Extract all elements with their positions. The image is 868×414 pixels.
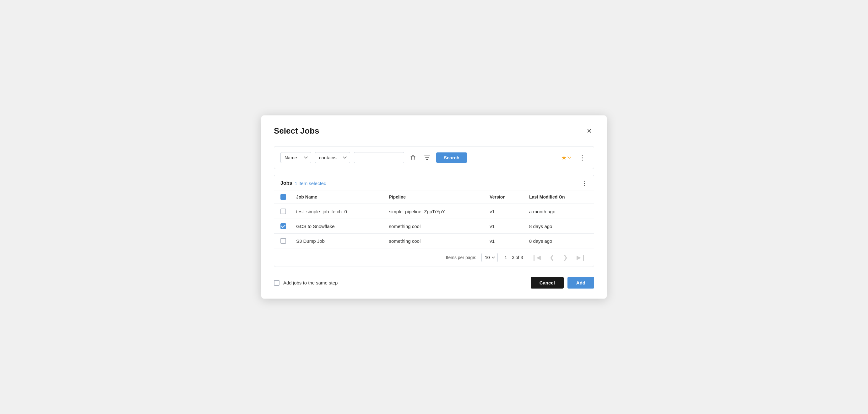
select-all-checkbox[interactable]: [280, 194, 286, 200]
next-page-button[interactable]: ❯: [561, 253, 570, 262]
row-checkbox-cell: [274, 204, 291, 219]
modified-header: Last Modified On: [524, 191, 594, 204]
row-checkbox-1[interactable]: [280, 209, 286, 214]
cancel-button[interactable]: Cancel: [531, 277, 564, 288]
search-button[interactable]: Search: [436, 152, 467, 163]
job-name-cell: test_simple_job_fetch_0: [291, 204, 384, 219]
table-section-title: Jobs 1 item selected: [280, 180, 326, 186]
last-page-button[interactable]: ▶❙: [575, 253, 588, 262]
version-cell: v1: [485, 204, 524, 219]
search-input[interactable]: [354, 152, 404, 163]
favorites-button[interactable]: ★: [559, 153, 573, 163]
items-per-page-label: Items per page:: [446, 255, 476, 260]
per-page-select[interactable]: 10 25 50: [482, 253, 498, 262]
selected-badge: 1 item selected: [294, 181, 326, 186]
close-button[interactable]: ×: [584, 126, 594, 136]
job-name-cell: GCS to Snowflake: [291, 219, 384, 234]
dialog-footer: Add jobs to the same step Cancel Add: [274, 277, 594, 288]
footer-buttons: Cancel Add: [531, 277, 594, 288]
row-checkbox-3[interactable]: [280, 238, 286, 244]
field-select[interactable]: Name Pipeline Version: [280, 152, 311, 163]
filter-bar: Name Pipeline Version contains equals st…: [274, 146, 594, 169]
prev-page-button[interactable]: ❮: [548, 253, 556, 262]
pipeline-cell: something cool: [384, 219, 485, 234]
row-checkbox-cell: [274, 234, 291, 248]
job-name-header: Job Name: [291, 191, 384, 204]
dialog-header: Select Jobs ×: [274, 126, 594, 136]
row-checkbox-cell: [274, 219, 291, 234]
version-header: Version: [485, 191, 524, 204]
select-jobs-dialog: Select Jobs × Name Pipeline Version cont…: [261, 115, 607, 299]
job-name-cell: S3 Dump Job: [291, 234, 384, 248]
more-options-button[interactable]: ⋮: [577, 153, 588, 163]
table-row: GCS to Snowflakesomething coolv18 days a…: [274, 219, 594, 234]
modified-cell: a month ago: [524, 204, 594, 219]
filter-icon: [424, 154, 431, 161]
row-checkbox-2[interactable]: [280, 223, 286, 229]
version-cell: v1: [485, 219, 524, 234]
add-same-step-checkbox[interactable]: [274, 280, 279, 286]
condition-select[interactable]: contains equals starts with ends with: [315, 152, 350, 163]
version-cell: v1: [485, 234, 524, 248]
pipeline-header: Pipeline: [384, 191, 485, 204]
table-header-row: Job Name Pipeline Version Last Modified …: [274, 191, 594, 204]
modified-cell: 8 days ago: [524, 234, 594, 248]
chevron-down-icon: [567, 157, 571, 159]
add-same-step-label[interactable]: Add jobs to the same step: [274, 280, 338, 286]
table-row: test_simple_job_fetch_0simple_pipeline_Z…: [274, 204, 594, 219]
table-section-header: Jobs 1 item selected ⋮: [274, 175, 594, 191]
delete-filter-button[interactable]: [408, 153, 418, 163]
add-button[interactable]: Add: [567, 277, 594, 288]
first-page-button[interactable]: ❙◀: [530, 253, 542, 262]
table-row: S3 Dump Jobsomething coolv18 days ago: [274, 234, 594, 248]
pipeline-cell: something cool: [384, 234, 485, 248]
star-icon: ★: [561, 154, 567, 162]
page-info: 1 – 3 of 3: [503, 255, 525, 260]
trash-icon: [410, 154, 416, 161]
jobs-table-section: Jobs 1 item selected ⋮ Job Name Pipeline…: [274, 175, 594, 267]
pagination-row: Items per page: 10 25 50 1 – 3 of 3 ❙◀ ❮…: [274, 248, 594, 267]
jobs-table: Job Name Pipeline Version Last Modified …: [274, 191, 594, 248]
table-kebab-button[interactable]: ⋮: [581, 179, 588, 187]
pipeline-cell: simple_pipeline_ZppTrYpY: [384, 204, 485, 219]
modified-cell: 8 days ago: [524, 219, 594, 234]
filter-options-button[interactable]: [422, 152, 432, 163]
select-all-header: [274, 191, 291, 204]
dialog-title: Select Jobs: [274, 126, 319, 136]
